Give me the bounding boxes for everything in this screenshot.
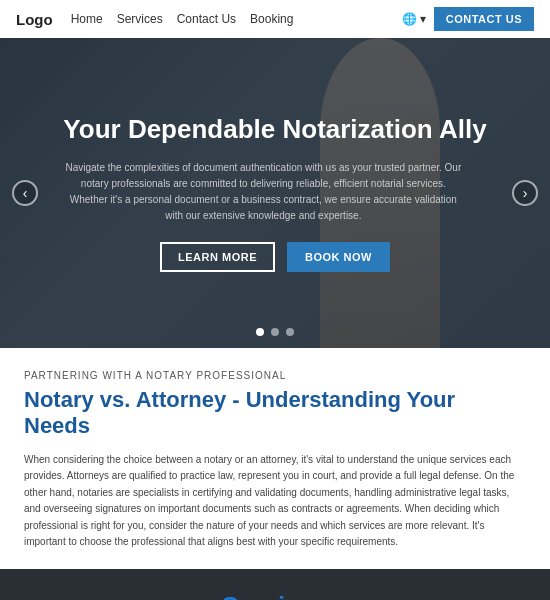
globe-icon: 🌐 bbox=[402, 12, 417, 26]
nav-home[interactable]: Home bbox=[71, 12, 103, 26]
navbar: Logo Home Services Contact Us Booking 🌐 … bbox=[0, 0, 550, 38]
contact-us-button[interactable]: CONTACT US bbox=[434, 7, 534, 31]
book-now-button[interactable]: BOOK NOW bbox=[287, 242, 390, 272]
hero-dot-2[interactable] bbox=[271, 328, 279, 336]
chevron-right-icon: › bbox=[523, 185, 528, 201]
services-section: Services bbox=[0, 569, 550, 600]
logo: Logo bbox=[16, 11, 53, 28]
nav-services[interactable]: Services bbox=[117, 12, 163, 26]
hero-dot-1[interactable] bbox=[256, 328, 264, 336]
nav-contact[interactable]: Contact Us bbox=[177, 12, 236, 26]
notary-title: Notary vs. Attorney - Understanding Your… bbox=[24, 387, 526, 440]
notary-section: PARTNERING WITH A NOTARY PROFESSIONAL No… bbox=[0, 348, 550, 569]
hero-prev-arrow[interactable]: ‹ bbox=[12, 180, 38, 206]
services-title: Services bbox=[16, 591, 534, 600]
nav-links: Home Services Contact Us Booking bbox=[71, 12, 294, 26]
hero-content: Your Dependable Notarization Ally Naviga… bbox=[23, 114, 526, 271]
nav-left: Logo Home Services Contact Us Booking bbox=[16, 11, 293, 28]
globe-chevron-icon: ▾ bbox=[420, 12, 426, 26]
hero-title: Your Dependable Notarization Ally bbox=[63, 114, 486, 145]
nav-right: 🌐 ▾ CONTACT US bbox=[402, 7, 534, 31]
chevron-left-icon: ‹ bbox=[23, 185, 28, 201]
globe-selector[interactable]: 🌐 ▾ bbox=[402, 12, 426, 26]
hero-buttons: LEARN MORE BOOK NOW bbox=[63, 242, 486, 272]
hero-next-arrow[interactable]: › bbox=[512, 180, 538, 206]
nav-booking[interactable]: Booking bbox=[250, 12, 293, 26]
hero-section: ‹ Your Dependable Notarization Ally Navi… bbox=[0, 38, 550, 348]
learn-more-button[interactable]: LEARN MORE bbox=[160, 242, 275, 272]
notary-body: When considering the choice between a no… bbox=[24, 452, 526, 551]
hero-dots bbox=[256, 328, 294, 336]
hero-dot-3[interactable] bbox=[286, 328, 294, 336]
notary-sub-label: PARTNERING WITH A NOTARY PROFESSIONAL bbox=[24, 370, 526, 381]
hero-description: Navigate the complexities of document au… bbox=[63, 160, 463, 224]
